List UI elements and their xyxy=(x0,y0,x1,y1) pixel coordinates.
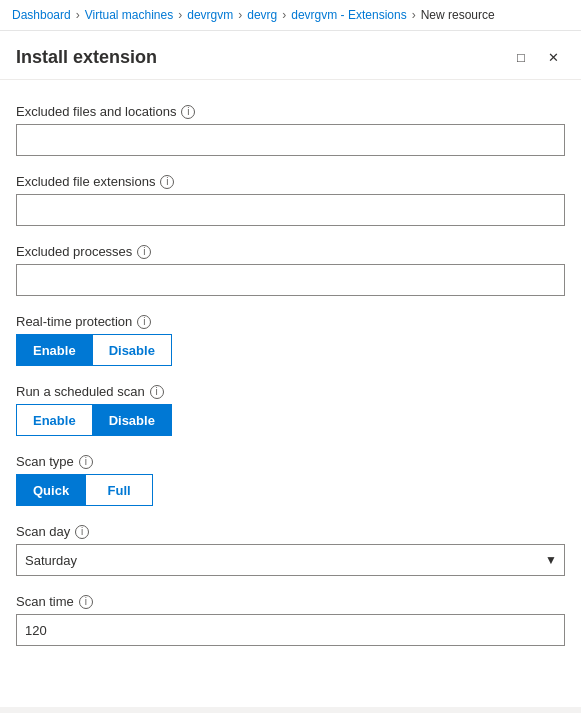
close-button[interactable]: ✕ xyxy=(541,45,565,69)
realtime-protection-label: Real-time protection i xyxy=(16,314,565,329)
panel-header: Install extension □ ✕ xyxy=(0,31,581,80)
scan-type-label: Scan type i xyxy=(16,454,565,469)
scan-day-select-wrapper: Sunday Monday Tuesday Wednesday Thursday… xyxy=(16,544,565,576)
excluded-processes-info-icon[interactable]: i xyxy=(137,245,151,259)
excluded-files-input[interactable] xyxy=(16,124,565,156)
breadcrumb-sep-2: › xyxy=(178,8,182,22)
realtime-toggle-group: Enable Disable xyxy=(16,334,565,366)
breadcrumb-virtual-machines[interactable]: Virtual machines xyxy=(85,8,174,22)
scan-day-label: Scan day i xyxy=(16,524,565,539)
scan-full-button[interactable]: Full xyxy=(85,474,153,506)
scan-type-info-icon[interactable]: i xyxy=(79,455,93,469)
breadcrumb-dashboard[interactable]: Dashboard xyxy=(12,8,71,22)
panel-controls: □ ✕ xyxy=(509,45,565,69)
panel-title: Install extension xyxy=(16,47,157,68)
panel-body: Excluded files and locations i Excluded … xyxy=(0,80,581,700)
excluded-files-group: Excluded files and locations i xyxy=(16,104,565,156)
scan-time-info-icon[interactable]: i xyxy=(79,595,93,609)
realtime-disable-button[interactable]: Disable xyxy=(92,334,172,366)
excluded-extensions-group: Excluded file extensions i xyxy=(16,174,565,226)
scan-type-toggle-group: Quick Full xyxy=(16,474,565,506)
scan-day-group: Scan day i Sunday Monday Tuesday Wednesd… xyxy=(16,524,565,576)
excluded-extensions-input[interactable] xyxy=(16,194,565,226)
scheduled-scan-info-icon[interactable]: i xyxy=(150,385,164,399)
scheduled-enable-button[interactable]: Enable xyxy=(16,404,92,436)
realtime-info-icon[interactable]: i xyxy=(137,315,151,329)
scan-day-info-icon[interactable]: i xyxy=(75,525,89,539)
excluded-extensions-label: Excluded file extensions i xyxy=(16,174,565,189)
breadcrumb-new-resource: New resource xyxy=(421,8,495,22)
excluded-processes-input[interactable] xyxy=(16,264,565,296)
breadcrumb-devrg[interactable]: devrg xyxy=(247,8,277,22)
scheduled-disable-button[interactable]: Disable xyxy=(92,404,172,436)
breadcrumb-sep-3: › xyxy=(238,8,242,22)
realtime-enable-button[interactable]: Enable xyxy=(16,334,92,366)
excluded-files-info-icon[interactable]: i xyxy=(181,105,195,119)
minimize-icon: □ xyxy=(517,50,525,65)
excluded-files-label: Excluded files and locations i xyxy=(16,104,565,119)
scheduled-scan-group: Run a scheduled scan i Enable Disable xyxy=(16,384,565,436)
breadcrumb-sep-1: › xyxy=(76,8,80,22)
breadcrumb: Dashboard › Virtual machines › devrgvm ›… xyxy=(0,0,581,31)
scan-day-select[interactable]: Sunday Monday Tuesday Wednesday Thursday… xyxy=(16,544,565,576)
scan-time-label: Scan time i xyxy=(16,594,565,609)
excluded-processes-group: Excluded processes i xyxy=(16,244,565,296)
excluded-processes-label: Excluded processes i xyxy=(16,244,565,259)
breadcrumb-sep-4: › xyxy=(282,8,286,22)
realtime-protection-group: Real-time protection i Enable Disable xyxy=(16,314,565,366)
scan-type-group: Scan type i Quick Full xyxy=(16,454,565,506)
scan-time-group: Scan time i xyxy=(16,594,565,646)
scheduled-scan-label: Run a scheduled scan i xyxy=(16,384,565,399)
minimize-button[interactable]: □ xyxy=(509,45,533,69)
breadcrumb-devrgvm[interactable]: devrgvm xyxy=(187,8,233,22)
scan-time-input[interactable] xyxy=(16,614,565,646)
breadcrumb-extensions[interactable]: devrgvm - Extensions xyxy=(291,8,406,22)
breadcrumb-sep-5: › xyxy=(412,8,416,22)
scheduled-toggle-group: Enable Disable xyxy=(16,404,565,436)
scan-quick-button[interactable]: Quick xyxy=(16,474,85,506)
install-extension-panel: Install extension □ ✕ Excluded files and… xyxy=(0,31,581,707)
excluded-extensions-info-icon[interactable]: i xyxy=(160,175,174,189)
close-icon: ✕ xyxy=(548,50,559,65)
